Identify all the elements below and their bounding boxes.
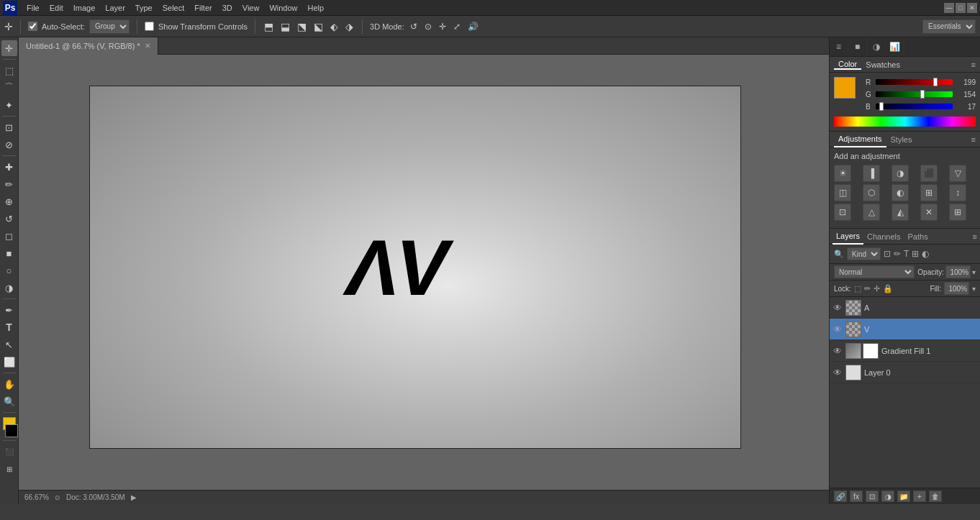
align-right-icon[interactable]: ⬗ xyxy=(345,21,353,32)
adj-bw[interactable]: ◐ xyxy=(891,184,909,201)
red-slider-thumb[interactable] xyxy=(933,78,938,86)
fill-input[interactable] xyxy=(944,282,969,295)
adj-gradient-map[interactable]: ⊞ xyxy=(949,204,966,221)
layers-panel-menu[interactable]: ≡ xyxy=(973,232,977,241)
panel-icon-color[interactable]: ■ xyxy=(848,37,867,56)
selection-tool[interactable]: ⬚ xyxy=(1,63,17,78)
color-panel-header[interactable]: Color Swatches ≡ xyxy=(830,57,980,73)
shape-tool[interactable]: ⬜ xyxy=(1,354,17,370)
minimize-button[interactable]: — xyxy=(944,3,954,13)
menu-filter[interactable]: Filter xyxy=(189,2,217,14)
layer-item-gradient[interactable]: 👁 Gradient Fill 1 xyxy=(830,340,980,362)
adjustments-panel-menu[interactable]: ≡ xyxy=(971,135,976,144)
workspace-dropdown[interactable]: Essentials xyxy=(922,19,976,34)
status-arrow[interactable]: ▶ xyxy=(131,493,137,501)
adj-invert[interactable]: ⊡ xyxy=(834,204,851,221)
show-transform-checkbox[interactable] xyxy=(145,22,154,31)
swatches-tab[interactable]: Swatches xyxy=(861,60,904,69)
adj-channel-mix[interactable]: ↕ xyxy=(949,184,966,201)
gradient-tool[interactable]: ■ xyxy=(1,245,17,261)
align-bottom-icon[interactable]: ⬔ xyxy=(297,21,307,32)
adj-exposure[interactable]: ⬛ xyxy=(920,165,938,182)
maximize-button[interactable]: □ xyxy=(956,3,966,13)
layers-mode-dropdown[interactable]: Normal xyxy=(834,265,915,278)
canvas-scroll[interactable]: ΛV xyxy=(19,55,829,490)
adj-posterize[interactable]: △ xyxy=(863,204,880,221)
layer-eye-v[interactable]: 👁 xyxy=(832,324,843,334)
menu-type[interactable]: Type xyxy=(130,2,158,14)
adjustments-tab[interactable]: Adjustments xyxy=(834,132,886,147)
adj-selective[interactable]: ✕ xyxy=(920,204,938,221)
new-group-btn[interactable]: 📁 xyxy=(897,491,910,502)
adj-brightness[interactable]: ☀ xyxy=(834,165,851,182)
crop-tool[interactable]: ⊡ xyxy=(1,119,17,135)
adj-vibrance[interactable]: ▽ xyxy=(949,165,966,182)
opacity-input[interactable] xyxy=(945,265,971,278)
color-spectrum[interactable] xyxy=(834,117,976,127)
filter-icon3[interactable]: T xyxy=(904,249,909,259)
zoom-tool[interactable]: 🔍 xyxy=(1,393,17,409)
filter-icon4[interactable]: ⊞ xyxy=(912,249,919,259)
background-color[interactable] xyxy=(5,424,18,437)
color-panel-menu[interactable]: ≡ xyxy=(971,60,976,69)
channels-tab[interactable]: Channels xyxy=(863,229,904,245)
blue-slider-thumb[interactable] xyxy=(879,102,884,111)
link-layers-btn[interactable]: 🔗 xyxy=(834,491,847,502)
filter-toggle[interactable]: ◐ xyxy=(922,249,929,259)
layer-eye-0[interactable]: 👁 xyxy=(832,368,843,378)
lock-pos-icon[interactable]: ⬚ xyxy=(854,284,861,293)
blur-tool[interactable]: ○ xyxy=(1,263,17,278)
lock-all-icon[interactable]: 🔒 xyxy=(883,284,893,293)
filter-icon1[interactable]: ⊡ xyxy=(884,249,891,259)
3d-icon5[interactable]: 🔊 xyxy=(468,22,478,32)
panel-icon-hist[interactable]: 📊 xyxy=(886,37,904,56)
auto-select-dropdown[interactable]: Group xyxy=(89,19,130,34)
quick-mask-btn[interactable]: ⬛ xyxy=(1,444,17,460)
menu-file[interactable]: File xyxy=(22,2,45,14)
menu-view[interactable]: View xyxy=(237,2,265,14)
panel-icon-layers[interactable]: ≡ xyxy=(830,37,848,56)
layer-item-0[interactable]: 👁 Layer 0 xyxy=(830,362,980,383)
layers-kind-dropdown[interactable]: Kind xyxy=(847,247,881,260)
hand-tool[interactable]: ✋ xyxy=(1,376,17,392)
canvas-tab[interactable]: Untitled-1 @ 66.7% (V, RGB/8) * ✕ xyxy=(19,37,158,55)
healing-brush-tool[interactable]: ✚ xyxy=(1,159,17,175)
paths-tab[interactable]: Paths xyxy=(904,229,932,245)
menu-help[interactable]: Help xyxy=(303,2,330,14)
align-hcenter-icon[interactable]: ⬖ xyxy=(330,21,338,32)
layer-item-v[interactable]: 👁 V xyxy=(830,319,980,340)
styles-tab[interactable]: Styles xyxy=(886,132,917,147)
path-selection-tool[interactable]: ↖ xyxy=(1,337,17,352)
menu-select[interactable]: Select xyxy=(158,2,190,14)
adj-levels[interactable]: ▐ xyxy=(863,165,880,182)
filter-icon2[interactable]: ✏ xyxy=(894,249,901,259)
eraser-tool[interactable]: ◻ xyxy=(1,228,17,244)
opacity-dropdown-icon[interactable]: ▾ xyxy=(972,268,976,276)
magic-wand-tool[interactable]: ✦ xyxy=(1,97,17,113)
adjustments-panel-header[interactable]: Adjustments Styles ≡ xyxy=(830,132,980,147)
menu-edit[interactable]: Edit xyxy=(45,2,68,14)
3d-icon2[interactable]: ⊙ xyxy=(425,22,432,32)
green-slider-thumb[interactable] xyxy=(920,90,925,99)
menu-3d[interactable]: 3D xyxy=(217,2,237,14)
3d-icon4[interactable]: ⤢ xyxy=(453,22,460,32)
layers-tab[interactable]: Layers xyxy=(832,229,863,245)
add-mask-btn[interactable]: ⊡ xyxy=(866,491,879,502)
new-adj-btn[interactable]: ◑ xyxy=(881,491,894,502)
align-vcenter-icon[interactable]: ⬓ xyxy=(281,21,290,32)
3d-icon3[interactable]: ✛ xyxy=(439,22,446,32)
new-layer-btn[interactable]: + xyxy=(913,491,926,502)
adj-photo[interactable]: ⊞ xyxy=(920,184,938,201)
screen-mode-btn[interactable]: ⊞ xyxy=(1,461,17,477)
auto-select-checkbox[interactable] xyxy=(28,22,37,31)
menu-image[interactable]: Image xyxy=(68,2,101,14)
color-tab[interactable]: Color xyxy=(834,60,861,70)
menu-window[interactable]: Window xyxy=(264,2,302,14)
adj-colorbal[interactable]: ⬡ xyxy=(863,184,880,201)
lock-draw-icon[interactable]: ✏ xyxy=(864,284,871,293)
close-button[interactable]: ✕ xyxy=(967,3,977,13)
color-preview-swatch[interactable] xyxy=(834,77,856,99)
lasso-tool[interactable]: ⌒ xyxy=(1,80,17,96)
3d-icon1[interactable]: ↺ xyxy=(410,22,417,32)
dodge-tool[interactable]: ◑ xyxy=(1,280,17,296)
